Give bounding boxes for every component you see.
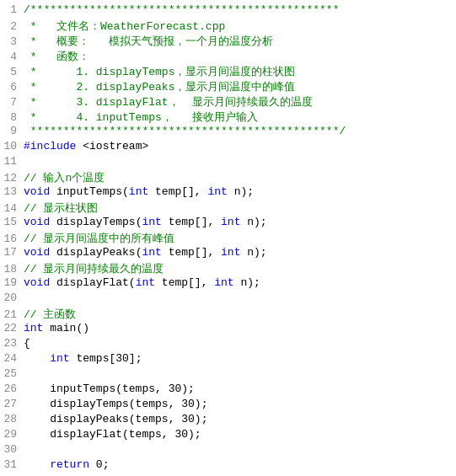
line-content: void displayTemps(int temp[], int n); xyxy=(24,216,456,228)
token: int xyxy=(142,246,161,259)
line-number: 25 xyxy=(0,367,24,380)
token: // 输入n个温度 xyxy=(24,172,105,185)
token: return xyxy=(50,458,89,471)
token: int xyxy=(221,216,240,228)
line-number: 3 xyxy=(0,35,24,48)
token: displayFlat( xyxy=(50,276,135,289)
token: displayTemps(temps, 30); xyxy=(24,398,207,410)
token: n); xyxy=(228,185,254,198)
line-content: // 主函数 xyxy=(24,307,456,322)
code-line: 31 return 0; xyxy=(0,458,456,473)
token: main() xyxy=(43,322,89,334)
line-number: 28 xyxy=(0,413,24,425)
token: ****************************************… xyxy=(24,125,346,137)
line-content: * 2. displayPeaks，显示月间温度中的峰值 xyxy=(24,79,456,94)
code-line: 25 xyxy=(0,367,456,382)
token xyxy=(24,352,50,365)
token: { xyxy=(24,337,30,350)
code-line: 27 displayTemps(temps, 30); xyxy=(0,398,456,413)
line-content: inputTemps(temps, 30); xyxy=(24,382,456,395)
line-content: { xyxy=(24,337,456,350)
code-line: 15void displayTemps(int temp[], int n); xyxy=(0,216,456,231)
line-content: * 4. inputTemps， 接收用户输入 xyxy=(24,110,456,125)
token: // 显示柱状图 xyxy=(24,202,98,215)
code-line: 29 displayFlat(temps, 30); xyxy=(0,428,456,443)
line-content: #include <iostream> xyxy=(24,140,456,152)
token: int xyxy=(129,185,148,198)
token: * 概要： 模拟天气预报，一个月的温度分析 xyxy=(24,35,273,48)
code-line: 18// 显示月间持续最久的温度 xyxy=(0,261,456,276)
token: <iostream> xyxy=(76,140,148,152)
line-number: 13 xyxy=(0,185,24,198)
token: displayFlat(temps, 30); xyxy=(24,428,201,441)
token: int xyxy=(50,352,69,365)
token: temp[], xyxy=(162,216,221,228)
line-number: 2 xyxy=(0,20,24,33)
code-line: 1/**************************************… xyxy=(0,3,456,19)
line-content: // 显示柱状图 xyxy=(24,201,456,216)
token: * 3. displayFlat， 显示月间持续最久的温度 xyxy=(24,96,313,109)
code-editor: 1/**************************************… xyxy=(0,0,456,476)
line-number: 30 xyxy=(0,443,24,456)
line-number: 5 xyxy=(0,66,24,78)
line-content: int main() xyxy=(24,322,456,334)
token: * 2. displayPeaks，显示月间温度中的峰值 xyxy=(24,81,295,94)
line-number: 19 xyxy=(0,276,24,289)
line-number: 6 xyxy=(0,81,24,94)
line-number: 24 xyxy=(0,352,24,365)
token xyxy=(24,458,50,471)
line-content: displayFlat(temps, 30); xyxy=(24,428,456,441)
line-content: * 3. displayFlat， 显示月间持续最久的温度 xyxy=(24,94,456,110)
code-line: 22int main() xyxy=(0,322,456,337)
line-content xyxy=(24,291,456,304)
line-content: * 文件名：WeatherForecast.cpp xyxy=(24,19,456,34)
token: int xyxy=(214,276,233,289)
code-line: 5 * 1. displayTemps，显示月间温度的柱状图 xyxy=(0,64,456,79)
code-line: 2 * 文件名：WeatherForecast.cpp xyxy=(0,19,456,34)
token: temp[], xyxy=(162,246,221,259)
token: int xyxy=(142,216,161,228)
line-content: void inputTemps(int temp[], int n); xyxy=(24,185,456,198)
line-content: ****************************************… xyxy=(24,125,456,137)
token: n); xyxy=(240,216,266,228)
token: * 文件名：WeatherForecast.cpp xyxy=(24,20,225,33)
line-number: 9 xyxy=(0,125,24,137)
line-content: * 1. displayTemps，显示月间温度的柱状图 xyxy=(24,64,456,79)
line-number: 18 xyxy=(0,263,24,275)
line-content: // 显示月间温度中的所有峰值 xyxy=(24,231,456,246)
line-content: displayPeaks(temps, 30); xyxy=(24,413,456,425)
line-number: 7 xyxy=(0,96,24,109)
line-number: 22 xyxy=(0,322,24,334)
code-line: 28 displayPeaks(temps, 30); xyxy=(0,413,456,428)
line-content: int temps[30]; xyxy=(24,352,456,365)
token: // 显示月间持续最久的温度 xyxy=(24,263,164,275)
code-line: 12// 输入n个温度 xyxy=(0,170,456,185)
token: 0; xyxy=(89,458,109,471)
line-number: 4 xyxy=(0,51,24,63)
line-content: * 函数： xyxy=(24,49,456,64)
line-number: 11 xyxy=(0,155,24,168)
token: inputTemps(temps, 30); xyxy=(24,382,195,395)
code-line: 10#include <iostream> xyxy=(0,140,456,155)
line-content: // 输入n个温度 xyxy=(24,170,456,185)
code-line: 26 inputTemps(temps, 30); xyxy=(0,382,456,398)
line-content: /***************************************… xyxy=(24,3,456,16)
token: void xyxy=(24,246,50,259)
token: #include xyxy=(24,140,76,152)
code-line: 24 int temps[30]; xyxy=(0,352,456,367)
token: void xyxy=(24,276,50,289)
token: temps[30]; xyxy=(70,352,142,365)
code-line: 16// 显示月间温度中的所有峰值 xyxy=(0,231,456,246)
line-number: 1 xyxy=(0,3,24,16)
token: displayPeaks(temps, 30); xyxy=(24,413,207,425)
token: int xyxy=(207,185,227,198)
code-line: 6 * 2. displayPeaks，显示月间温度中的峰值 xyxy=(0,79,456,94)
line-content xyxy=(24,443,456,456)
code-line: 23{ xyxy=(0,337,456,352)
line-number: 31 xyxy=(0,458,24,471)
token: temp[], xyxy=(148,185,207,198)
token: int xyxy=(136,276,155,289)
token: int xyxy=(221,246,240,259)
code-line: 3 * 概要： 模拟天气预报，一个月的温度分析 xyxy=(0,34,456,49)
line-number: 26 xyxy=(0,382,24,395)
